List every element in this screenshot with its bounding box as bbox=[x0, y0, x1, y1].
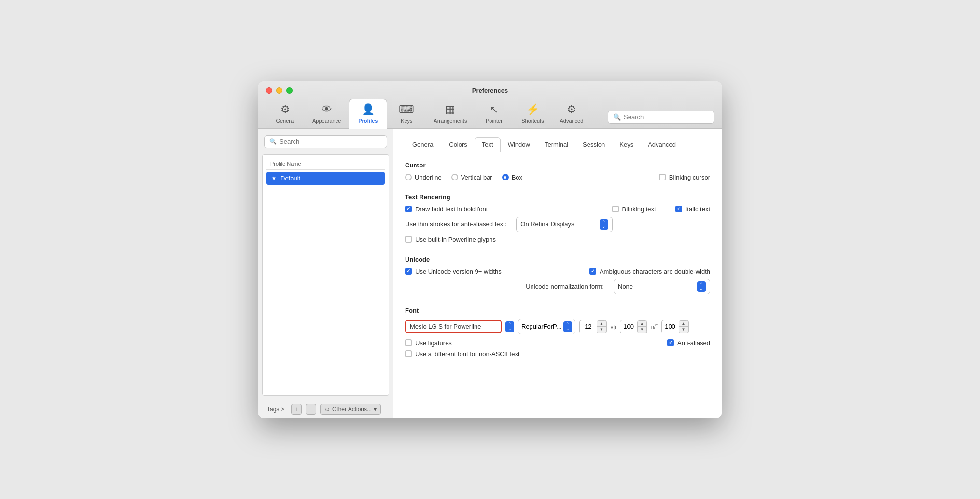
minimize-button[interactable] bbox=[276, 87, 282, 94]
toolbar-search-box[interactable]: 🔍 bbox=[608, 111, 714, 124]
window-title: Preferences bbox=[472, 87, 508, 94]
profile-label: Default bbox=[280, 175, 300, 182]
main-content: 🔍 Profile Name ★ Default Tags > + − ☺ Ot… bbox=[258, 129, 722, 418]
font-size-input[interactable] bbox=[580, 323, 597, 330]
font-name-field[interactable]: Meslo LG S for Powerline bbox=[405, 320, 502, 333]
search-input[interactable] bbox=[624, 113, 701, 121]
tab-general[interactable]: General bbox=[405, 137, 442, 152]
cursor-vertical-bar[interactable]: Vertical bar bbox=[451, 174, 492, 181]
thin-strokes-arrow bbox=[600, 219, 608, 230]
font-section: Font Meslo LG S for Powerline RegularFor… bbox=[405, 307, 710, 361]
text-rendering-section: Text Rendering Draw bold text in bold fo… bbox=[405, 194, 710, 247]
draw-bold-checkbox[interactable]: Draw bold text in bold font bbox=[405, 206, 488, 213]
unicode-widths-check[interactable] bbox=[405, 268, 412, 275]
powerline-check[interactable] bbox=[405, 236, 412, 243]
profile-item-default[interactable]: ★ Default bbox=[266, 172, 385, 185]
draw-bold-check[interactable] bbox=[405, 206, 412, 212]
normalization-label: Unicode normalization form: bbox=[526, 283, 604, 290]
left-panel: 🔍 Profile Name ★ Default Tags > + − ☺ Ot… bbox=[258, 129, 393, 418]
toolbar-shortcuts[interactable]: ⚡ Shortcuts bbox=[513, 99, 552, 128]
font-size-arrows: ▲ ▼ bbox=[597, 320, 606, 333]
cursor-options-row: Underline Vertical bar Box bbox=[405, 174, 710, 181]
tab-text[interactable]: Text bbox=[475, 137, 501, 152]
keyboard-icon: ⌨ bbox=[399, 103, 414, 116]
font-size-down[interactable]: ▼ bbox=[597, 327, 606, 333]
powerline-glyphs-checkbox[interactable]: Use built-in Powerline glyphs bbox=[405, 236, 496, 243]
cursor-box[interactable]: Box bbox=[502, 174, 522, 181]
tab-session[interactable]: Session bbox=[575, 137, 612, 152]
ratio-up[interactable]: ▲ bbox=[679, 321, 688, 327]
vli-up[interactable]: ▲ bbox=[638, 321, 646, 327]
font-size-up[interactable]: ▲ bbox=[597, 321, 606, 327]
tab-colors[interactable]: Colors bbox=[442, 137, 475, 152]
other-actions-button[interactable]: ☺ Other Actions... ▾ bbox=[320, 404, 381, 415]
non-ascii-checkbox[interactable]: Use a different font for non-ASCII text bbox=[405, 350, 520, 358]
font-style-dropdown[interactable]: RegularForP... bbox=[518, 319, 575, 334]
add-profile-button[interactable]: + bbox=[291, 404, 302, 415]
cursor-underline[interactable]: Underline bbox=[405, 174, 442, 181]
vli-stepper[interactable]: ▲ ▼ bbox=[620, 320, 647, 333]
toolbar-arrangements[interactable]: ▦ Arrangements bbox=[426, 99, 475, 128]
profile-search-input[interactable] bbox=[280, 138, 382, 145]
underline-radio[interactable] bbox=[405, 174, 412, 180]
toolbar-profiles[interactable]: 👤 Profiles bbox=[349, 99, 387, 129]
blinking-text-checkbox[interactable]: Blinking text bbox=[612, 206, 656, 213]
close-button[interactable] bbox=[266, 87, 272, 94]
sub-tabs: General Colors Text Window Terminal Sess… bbox=[405, 137, 710, 152]
ligatures-checkbox[interactable]: Use ligatures bbox=[405, 339, 452, 347]
italic-text-checkbox[interactable]: Italic text bbox=[675, 206, 710, 213]
font-size-stepper[interactable]: ▲ ▼ bbox=[579, 320, 607, 333]
tab-advanced[interactable]: Advanced bbox=[641, 137, 683, 152]
profiles-list: Profile Name ★ Default bbox=[262, 154, 389, 396]
ligatures-check[interactable] bbox=[405, 339, 412, 346]
toolbar-general[interactable]: ⚙ General bbox=[266, 99, 305, 128]
non-ascii-check[interactable] bbox=[405, 350, 412, 357]
ambiguous-double-checkbox[interactable]: Ambiguous characters are double-width bbox=[589, 268, 710, 275]
toolbar-pointer[interactable]: ↖ Pointer bbox=[475, 99, 513, 128]
tab-keys[interactable]: Keys bbox=[612, 137, 641, 152]
search-icon-left: 🔍 bbox=[269, 138, 277, 145]
unicode-widths-checkbox[interactable]: Use Unicode version 9+ widths bbox=[405, 268, 502, 275]
font-controls-row: Meslo LG S for Powerline RegularForP... … bbox=[405, 319, 710, 334]
powerline-row: Use built-in Powerline glyphs bbox=[405, 236, 710, 243]
cursor-section: Cursor Underline Vertical bar bbox=[405, 162, 710, 185]
ratio-arrows: ▲ ▼ bbox=[679, 320, 688, 333]
tab-terminal[interactable]: Terminal bbox=[537, 137, 575, 152]
ratio-stepper[interactable]: ▲ ▼ bbox=[661, 320, 689, 333]
pointer-icon: ↖ bbox=[490, 103, 498, 116]
remove-profile-button[interactable]: − bbox=[306, 404, 316, 415]
toolbar-appearance[interactable]: 👁 Appearance bbox=[305, 99, 349, 128]
vli-down[interactable]: ▼ bbox=[638, 327, 646, 333]
anti-aliased-checkbox[interactable]: Anti-aliased bbox=[667, 339, 710, 347]
right-panel: General Colors Text Window Terminal Sess… bbox=[393, 129, 722, 418]
thin-strokes-dropdown[interactable]: On Retina Displays bbox=[516, 217, 613, 232]
normalization-dropdown[interactable]: None bbox=[614, 279, 710, 294]
blinking-text-check[interactable] bbox=[612, 206, 619, 212]
ratio-down[interactable]: ▼ bbox=[679, 327, 688, 333]
title-bar: Preferences ⚙ General 👁 Appearance 👤 Pro… bbox=[258, 81, 722, 129]
vli-arrows: ▲ ▼ bbox=[637, 320, 647, 333]
blinking-cursor-check[interactable] bbox=[659, 174, 666, 180]
tags-button[interactable]: Tags > bbox=[264, 404, 287, 414]
toolbar-advanced[interactable]: ⚙ Advanced bbox=[552, 99, 591, 128]
unicode-normalization-row: Unicode normalization form: None bbox=[405, 279, 710, 294]
vertical-bar-radio[interactable] bbox=[451, 174, 458, 180]
other-actions-label: Other Actions... bbox=[332, 406, 372, 413]
advanced-gear-icon: ⚙ bbox=[567, 103, 576, 116]
gear-icon: ⚙ bbox=[280, 103, 290, 116]
blinking-cursor-checkbox[interactable]: Blinking cursor bbox=[659, 174, 710, 181]
ratio-input[interactable] bbox=[662, 323, 679, 330]
chevron-down-icon: ▾ bbox=[374, 406, 377, 413]
font-name-arrow[interactable] bbox=[505, 321, 514, 332]
box-radio[interactable] bbox=[502, 174, 509, 180]
toolbar-keys[interactable]: ⌨ Keys bbox=[387, 99, 426, 128]
person-icon: 👤 bbox=[362, 103, 375, 116]
tab-window[interactable]: Window bbox=[501, 137, 537, 152]
profile-name-header: Profile Name bbox=[266, 159, 385, 170]
toolbar: ⚙ General 👁 Appearance 👤 Profiles ⌨ Keys… bbox=[266, 99, 714, 128]
anti-aliased-check[interactable] bbox=[667, 339, 674, 346]
vli-input[interactable] bbox=[620, 323, 637, 330]
maximize-button[interactable] bbox=[286, 87, 293, 94]
ambiguous-double-check[interactable] bbox=[589, 268, 596, 275]
italic-text-check[interactable] bbox=[675, 206, 682, 212]
